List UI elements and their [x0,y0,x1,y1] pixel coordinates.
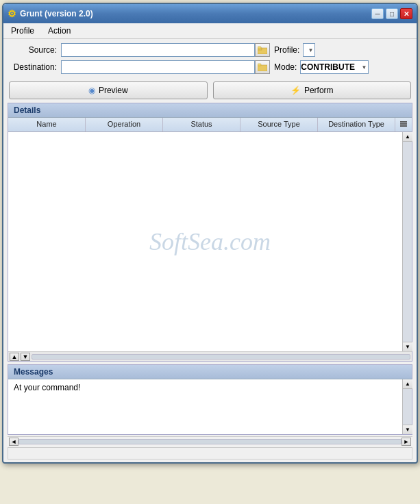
source-row: Source: Profile: [9,43,411,57]
preview-button[interactable]: ◉ Preview [9,81,208,99]
destination-row: Destination: Mode: CONTRIBUTE MIRROR UPD [9,60,411,74]
perform-button[interactable]: ⚡ Perform [213,81,412,99]
title-bar: ⚙ Grunt (version 2.0) ─ □ ✕ [3,4,417,23]
folder-icon [258,46,267,54]
mode-group: Mode: CONTRIBUTE MIRROR UPDATE [274,60,411,74]
hscroll-track[interactable] [32,354,410,360]
mode-label: Mode: [274,62,297,72]
mode-select[interactable]: CONTRIBUTE MIRROR UPDATE [300,60,369,74]
messages-vscrollbar[interactable]: ▲ ▼ [402,379,412,434]
details-header: Details [8,103,412,118]
window-title: Grunt (version 2.0) [20,9,93,18]
table-body[interactable]: SoftSea.com [8,132,412,351]
column-settings-icon [399,120,408,128]
details-hscrollbar[interactable]: ▲ ▼ [8,351,412,361]
window-icon: ⚙ [8,8,16,19]
col-status: Status [163,118,240,131]
preview-icon: ◉ [88,86,95,95]
destination-input-wrap [61,60,270,74]
perform-label: Perform [304,86,334,95]
profile-select-wrap [303,43,315,57]
details-vscrollbar[interactable]: ▲ ▼ [402,132,412,351]
main-window: ⚙ Grunt (version 2.0) ─ □ ✕ Profile Acti… [2,3,418,464]
source-label: Source: [9,45,57,55]
bottom-hscrollbar[interactable]: ◄ ► [8,436,412,446]
window-controls: ─ □ ✕ [371,8,412,19]
svg-rect-4 [258,64,261,66]
svg-rect-2 [258,47,261,49]
col-action [395,118,412,131]
vscroll-up-button[interactable]: ▲ [403,132,412,142]
source-browse-button[interactable] [255,43,270,57]
profile-label: Profile: [274,45,299,55]
svg-rect-3 [258,65,267,71]
messages-content: At your command! [14,383,80,392]
col-name: Name [8,118,86,131]
action-bar: ◉ Preview ⚡ Perform [3,78,417,103]
msg-vscroll-down[interactable]: ▼ [403,425,412,434]
messages-wrapper: At your command! ▲ ▼ [8,379,412,434]
title-bar-left: ⚙ Grunt (version 2.0) [8,8,93,19]
svg-rect-7 [400,125,407,127]
destination-input[interactable] [61,60,255,74]
vscroll-track[interactable] [403,142,412,342]
col-dest-type: Destination Type [318,118,395,131]
source-input[interactable] [61,43,255,57]
col-source-type: Source Type [240,118,318,131]
watermark-text: SoftSea.com [149,227,271,256]
msg-vscroll-up[interactable]: ▲ [403,379,412,389]
details-wrapper: SoftSea.com ▲ ▼ [8,132,412,351]
source-input-wrap [61,43,270,57]
svg-rect-6 [400,123,407,125]
col-operation: Operation [86,118,163,131]
profile-select[interactable] [303,43,315,57]
bottom-scroll-right[interactable]: ► [402,438,411,446]
menu-bar: Profile Action [3,23,417,39]
hscroll-arrow2[interactable]: ▼ [21,353,30,361]
hscroll-left-button[interactable]: ▲ [10,353,19,361]
messages-section: Messages At your command! ▲ ▼ [8,364,412,435]
bottom-scroll-track[interactable] [18,439,402,444]
menu-profile[interactable]: Profile [8,25,38,37]
vscroll-down-button[interactable]: ▼ [403,342,412,351]
preview-label: Preview [99,86,128,95]
messages-body[interactable]: At your command! [8,379,412,434]
details-section: Details Name Operation Status Source Typ… [8,103,412,362]
menu-action[interactable]: Action [45,25,74,37]
toolbar-area: Source: Profile: [3,39,417,78]
svg-rect-5 [400,121,407,123]
maximize-button[interactable]: □ [386,8,398,19]
close-button[interactable]: ✕ [400,8,412,19]
minimize-button[interactable]: ─ [371,8,384,19]
destination-browse-button[interactable] [255,60,270,74]
table-header: Name Operation Status Source Type Destin… [8,118,412,132]
destination-label: Destination: [9,62,57,72]
bottom-scroll-left[interactable]: ◄ [9,438,18,446]
status-bar [8,447,412,459]
mode-select-wrap: CONTRIBUTE MIRROR UPDATE [300,60,369,74]
messages-header: Messages [8,365,412,379]
profile-group: Profile: [274,43,411,57]
folder-icon-dest [258,63,267,71]
perform-icon: ⚡ [291,86,301,95]
msg-vscroll-track[interactable] [403,389,412,425]
